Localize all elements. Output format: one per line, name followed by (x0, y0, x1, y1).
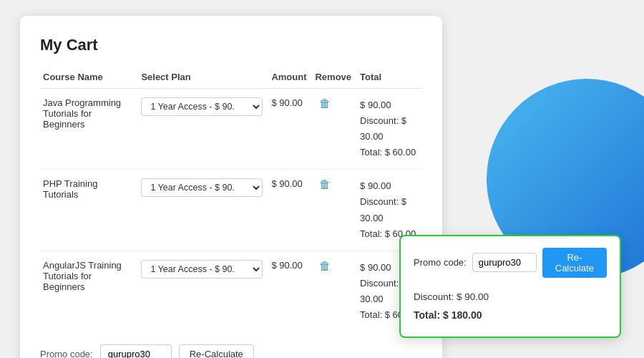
remove-button[interactable]: 🗑 (315, 178, 335, 191)
recalc-button[interactable]: Re-Calculate (179, 344, 254, 358)
col-remove: Remove (312, 67, 357, 89)
trash-icon: 🗑 (319, 178, 331, 190)
remove-button[interactable]: 🗑 (315, 260, 335, 273)
trash-icon: 🗑 (319, 97, 331, 110)
total-cell: $ 90.00Discount: $ 30.00Total: $ 60.00 (357, 89, 422, 170)
popup-promo-input[interactable] (472, 253, 537, 272)
popup-promo-label: Promo code: (414, 257, 467, 268)
plan-select[interactable]: 1 Year Access - $ 90.006 Month Access - … (141, 97, 263, 116)
cart-card: My Cart Course Name Select Plan Amount R… (20, 16, 442, 358)
popup-totals: Discount: $ 90.00 Total: $ 180.00 (414, 288, 607, 325)
popup-card: Promo code: Re-Calculate Discount: $ 90.… (399, 235, 621, 338)
cart-table: Course Name Select Plan Amount Remove To… (40, 67, 422, 332)
course-name-cell: PHP Training Tutorials (40, 170, 138, 251)
course-name-cell: AngularJS Training Tutorials for Beginne… (40, 251, 138, 332)
course-name-cell: Java Programming Tutorials for Beginners (40, 89, 138, 170)
col-course-name: Course Name (40, 67, 138, 89)
remove-cell: 🗑 (312, 251, 357, 332)
table-row: AngularJS Training Tutorials for Beginne… (40, 251, 422, 332)
remove-cell: 🗑 (312, 89, 357, 170)
remove-cell: 🗑 (312, 170, 357, 251)
plan-select-cell: 1 Year Access - $ 90.006 Month Access - … (138, 251, 268, 332)
popup-total: Total: $ 180.00 (414, 306, 607, 325)
amount-cell: $ 90.00 (268, 170, 312, 251)
amount-cell: $ 90.00 (268, 89, 312, 170)
trash-icon: 🗑 (319, 260, 331, 272)
table-row: Java Programming Tutorials for Beginners… (40, 89, 422, 170)
amount-cell: $ 90.00 (268, 251, 312, 332)
plan-select[interactable]: 1 Year Access - $ 90.006 Month Access - … (141, 260, 263, 279)
col-total: Total (357, 67, 422, 89)
promo-input[interactable] (100, 344, 172, 358)
col-amount: Amount (268, 67, 312, 89)
col-select-plan: Select Plan (138, 67, 268, 89)
table-header-row: Course Name Select Plan Amount Remove To… (40, 67, 422, 89)
plan-select-cell: 1 Year Access - $ 90.006 Month Access - … (138, 170, 268, 251)
plan-select-cell: 1 Year Access - $ 90.006 Month Access - … (138, 89, 268, 170)
page-title: My Cart (40, 36, 422, 54)
popup-promo-row: Promo code: Re-Calculate (414, 248, 607, 278)
plan-select[interactable]: 1 Year Access - $ 90.006 Month Access - … (141, 178, 263, 197)
promo-row: Promo code: Re-Calculate (40, 344, 422, 358)
popup-recalc-button[interactable]: Re-Calculate (542, 248, 607, 278)
popup-discount: Discount: $ 90.00 (414, 288, 607, 306)
table-row: PHP Training Tutorials1 Year Access - $ … (40, 170, 422, 251)
promo-label: Promo code: (40, 349, 93, 358)
remove-button[interactable]: 🗑 (315, 97, 335, 110)
